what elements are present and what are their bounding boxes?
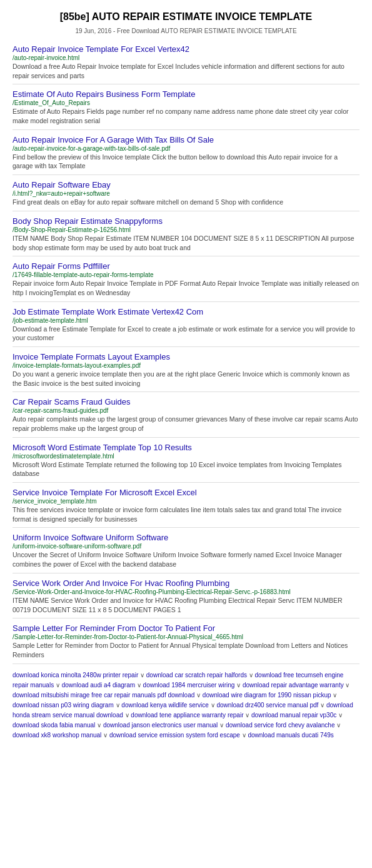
result-url-1: /Estimate_Of_Auto_Repairs [13, 99, 359, 106]
result-url-10: /service_invoice_template.htm [13, 498, 359, 505]
result-item: Uniform Invoice Software Uniform Softwar… [13, 529, 359, 573]
result-url-3: /i.html?_nkw=auto+repair+software [13, 190, 359, 197]
result-title-0[interactable]: Auto Repair Invoice Template For Excel V… [13, 44, 359, 54]
result-link-7[interactable]: Invoice Template Formats Layout Examples [13, 352, 170, 361]
result-title-3[interactable]: Auto Repair Software Ebay [13, 180, 359, 189]
result-link-1[interactable]: Estimate Of Auto Repairs Business Form T… [13, 89, 195, 99]
result-desc-0: Download a free Auto Repair Invoice temp… [13, 62, 359, 80]
result-title-5[interactable]: Auto Repair Forms Pdffiller [13, 261, 359, 271]
download-link-8[interactable]: download nissan p03 wiring diagram [13, 702, 114, 709]
separator-4: ∨ [236, 682, 241, 689]
download-link-3[interactable]: download audi a4 diagram [62, 682, 135, 689]
separator-3: ∨ [137, 682, 141, 689]
separator-7: ∨ [333, 692, 337, 699]
result-title-11[interactable]: Uniform Invoice Software Uniform Softwar… [13, 533, 359, 542]
result-link-9[interactable]: Microsoft Word Estimate Template Top 10 … [13, 443, 192, 452]
result-item: Auto Repair Software Ebay /i.html?_nkw=a… [13, 176, 359, 211]
result-desc-1: Estimate of Auto Repairs Fields page num… [13, 107, 359, 125]
result-desc-3: Find great deals on eBay for auto repair… [13, 198, 359, 207]
download-link-18[interactable]: download service emission system ford es… [109, 732, 240, 739]
result-url-5: /17649-fillable-template-auto-repair-for… [13, 271, 359, 278]
result-item: Auto Repair Invoice For A Garage With Ta… [13, 131, 359, 175]
result-link-8[interactable]: Car Repair Scams Fraud Guides [13, 397, 131, 406]
separator-0: ∨ [140, 672, 144, 679]
result-desc-10: This free services invoice template or i… [13, 505, 359, 523]
result-link-0[interactable]: Auto Repair Invoice Template For Excel V… [13, 44, 189, 54]
result-url-4: /Body-Shop-Repair-Estimate-p-16256.html [13, 226, 359, 233]
result-url-8: /car-repair-scams-fraud-guides.pdf [13, 407, 359, 414]
result-title-6[interactable]: Job Estimate Template Work Estimate Vert… [13, 307, 359, 316]
download-link-0[interactable]: download konica minolta 2480w printer re… [13, 672, 138, 679]
result-title-12[interactable]: Service Work Order And Invoice For Hvac … [13, 578, 359, 588]
separator-11: ∨ [125, 712, 129, 719]
result-item: Job Estimate Template Work Estimate Vert… [13, 303, 359, 347]
download-link-12[interactable]: download tene appliance warranty repair [131, 712, 243, 719]
download-link-7[interactable]: download wire diagram for 1990 nissan pi… [203, 692, 331, 699]
download-link-10[interactable]: download drz400 service manual pdf [216, 702, 318, 709]
result-title-9[interactable]: Microsoft Word Estimate Template Top 10 … [13, 443, 359, 452]
result-desc-9: Microsoft Word Estimate Template returne… [13, 460, 359, 478]
download-link-14[interactable]: download skoda fabia manual [13, 722, 95, 729]
page-subtitle: 19 Jun, 2016 - Free Download AUTO REPAIR… [13, 28, 359, 34]
result-title-10[interactable]: Service Invoice Template For Microsoft E… [13, 488, 359, 497]
result-desc-6: Download a free Estimate Template for Ex… [13, 325, 359, 343]
result-link-5[interactable]: Auto Repair Forms Pdffiller [13, 261, 110, 271]
result-url-7: /invoice-template-formats-layout-example… [13, 362, 359, 369]
separator-15: ∨ [219, 722, 224, 729]
result-desc-8: Auto repair complaints make up the large… [13, 415, 359, 433]
result-link-6[interactable]: Job Estimate Template Work Estimate Vert… [13, 307, 203, 316]
result-desc-13: Sample Letter for Reminder from Doctor t… [13, 641, 359, 659]
separator-12: ∨ [245, 712, 249, 719]
result-url-0: /auto-repair-invoice.html [13, 54, 359, 61]
result-desc-4: ITEM NAME Body Shop Repair Estimate ITEM… [13, 234, 359, 252]
result-title-2[interactable]: Auto Repair Invoice For A Garage With Ta… [13, 135, 359, 144]
separator-14: ∨ [97, 722, 101, 729]
download-link-5[interactable]: download repair advantage warranty [243, 682, 344, 689]
separator-13: ∨ [338, 712, 343, 719]
result-title-13[interactable]: Sample Letter For Reminder From Doctor T… [13, 623, 359, 633]
result-title-7[interactable]: Invoice Template Formats Layout Examples [13, 352, 359, 361]
result-title-8[interactable]: Car Repair Scams Fraud Guides [13, 397, 359, 406]
separator-8: ∨ [116, 702, 120, 709]
result-link-4[interactable]: Body Shop Repair Estimate Snappyforms [13, 216, 163, 226]
download-link-6[interactable]: download mitsubishi mirage free car repa… [13, 692, 194, 699]
download-link-19[interactable]: download manuals ducati 749s [248, 732, 333, 739]
result-link-10[interactable]: Service Invoice Template For Microsoft E… [13, 488, 197, 497]
separator-18: ∨ [242, 732, 246, 739]
result-desc-12: ITEM NAME Service Work Order and Invoice… [13, 596, 359, 614]
result-desc-2: Find bellow the preview of this Invoice … [13, 153, 359, 171]
result-item: Invoice Template Formats Layout Examples… [13, 348, 359, 392]
separator-16: ∨ [336, 722, 341, 729]
result-link-11[interactable]: Uniform Invoice Software Uniform Softwar… [13, 533, 168, 542]
separator-10: ∨ [320, 702, 324, 709]
download-link-15[interactable]: download janson electronics user manual [103, 722, 218, 729]
result-url-11: /uniform-invoice-software-uniform-softwa… [13, 543, 359, 550]
separator-9: ∨ [211, 702, 215, 709]
download-link-1[interactable]: download car scratch repair halfords [146, 672, 247, 679]
result-item: Auto Repair Invoice Template For Excel V… [13, 41, 359, 84]
result-title-1[interactable]: Estimate Of Auto Repairs Business Form T… [13, 89, 359, 99]
result-item: Estimate Of Auto Repairs Business Form T… [13, 86, 359, 129]
download-link-9[interactable]: download kenya wildlife service [121, 702, 209, 709]
result-item: Auto Repair Forms Pdffiller /17649-filla… [13, 258, 359, 301]
result-title-4[interactable]: Body Shop Repair Estimate Snappyforms [13, 216, 359, 226]
results-list: Auto Repair Invoice Template For Excel V… [13, 41, 359, 664]
downloads-section: download konica minolta 2480w printer re… [13, 670, 359, 740]
result-link-2[interactable]: Auto Repair Invoice For A Garage With Ta… [13, 135, 214, 144]
result-url-13: /Sample-Letter-for-Reminder-from-Doctor-… [13, 633, 359, 640]
result-link-12[interactable]: Service Work Order And Invoice For Hvac … [13, 578, 229, 588]
download-link-4[interactable]: download 1984 mercruiser wiring [143, 682, 235, 689]
result-link-13[interactable]: Sample Letter For Reminder From Doctor T… [13, 623, 215, 633]
download-link-13[interactable]: download manual repair vp30c [251, 712, 336, 719]
result-item: Service Invoice Template For Microsoft E… [13, 484, 359, 528]
result-url-6: /job-estimate-template.html [13, 317, 359, 324]
result-item: Microsoft Word Estimate Template Top 10 … [13, 439, 359, 483]
separator-2: ∨ [56, 682, 60, 689]
result-link-3[interactable]: Auto Repair Software Ebay [13, 180, 111, 189]
result-desc-11: Uncover the Secret of Uniform Invoice So… [13, 550, 359, 568]
result-desc-5: Repair invoice form Auto Repair Invoice … [13, 279, 359, 297]
result-item: Service Work Order And Invoice For Hvac … [13, 575, 359, 618]
download-link-17[interactable]: download xk8 workshop manual [13, 732, 101, 739]
result-item: Body Shop Repair Estimate Snappyforms /B… [13, 213, 359, 256]
download-link-16[interactable]: download service ford chevy avalanche [226, 722, 335, 729]
